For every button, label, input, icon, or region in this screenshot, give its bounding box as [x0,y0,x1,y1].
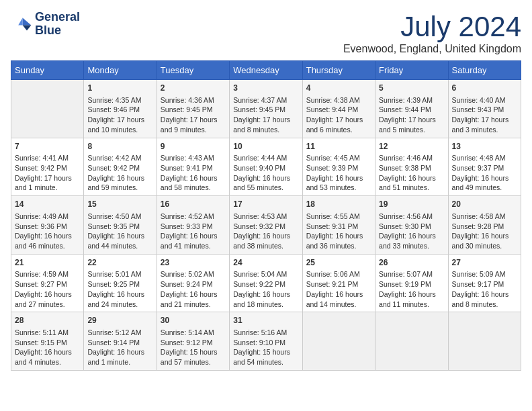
sunset-text: Sunset: 9:42 PM [87,163,152,173]
calendar-cell: 26Sunrise: 5:07 AMSunset: 9:19 PMDayligh… [375,254,448,312]
sunrise-text: Sunrise: 4:45 AM [306,153,371,163]
day-number: 16 [161,199,226,210]
week-row-2: 7Sunrise: 4:41 AMSunset: 9:42 PMDaylight… [11,138,521,196]
sunrise-text: Sunrise: 4:53 AM [233,212,298,222]
sunset-text: Sunset: 9:19 PM [379,279,444,289]
sunrise-text: Sunrise: 4:40 AM [452,95,517,105]
sunset-text: Sunset: 9:22 PM [233,279,298,289]
calendar-cell: 7Sunrise: 4:41 AMSunset: 9:42 PMDaylight… [11,138,84,196]
day-number: 14 [15,199,80,210]
daylight-text: Daylight: 17 hours and 3 minutes. [452,115,517,134]
sunset-text: Sunset: 9:15 PM [15,338,80,348]
daylight-text: Daylight: 17 hours and 10 minutes. [87,115,152,134]
sunrise-text: Sunrise: 5:02 AM [161,269,226,279]
daylight-text: Daylight: 16 hours and 58 minutes. [161,173,226,193]
sunset-text: Sunset: 9:28 PM [452,222,517,232]
sunset-text: Sunset: 9:44 PM [379,105,444,115]
calendar-cell: 24Sunrise: 5:04 AMSunset: 9:22 PMDayligh… [230,254,302,312]
daylight-text: Daylight: 17 hours and 1 minute. [15,173,80,193]
daylight-text: Daylight: 16 hours and 11 minutes. [379,289,444,309]
calendar-cell: 27Sunrise: 5:09 AMSunset: 9:17 PMDayligh… [448,254,521,312]
daylight-text: Daylight: 16 hours and 14 minutes. [306,289,371,309]
day-number: 26 [379,257,444,269]
sunrise-text: Sunrise: 4:49 AM [15,212,80,222]
day-number: 24 [233,257,298,269]
sunset-text: Sunset: 9:24 PM [161,279,226,289]
daylight-text: Daylight: 16 hours and 18 minutes. [233,289,298,309]
sunrise-text: Sunrise: 4:41 AM [15,153,80,163]
daylight-text: Daylight: 16 hours and 33 minutes. [379,231,444,250]
daylight-text: Daylight: 17 hours and 9 minutes. [161,115,226,134]
sunrise-text: Sunrise: 4:46 AM [379,153,444,163]
month-title: July 2024 [343,11,521,43]
daylight-text: Daylight: 16 hours and 1 minute. [87,347,152,367]
sunrise-text: Sunrise: 4:48 AM [452,153,517,163]
sunrise-text: Sunrise: 4:36 AM [161,95,226,105]
calendar-cell [302,312,375,371]
sunset-text: Sunset: 9:33 PM [161,222,226,232]
day-number: 17 [233,199,298,210]
sunset-text: Sunset: 9:45 PM [233,105,298,115]
calendar-cell: 1Sunrise: 4:35 AMSunset: 9:46 PMDaylight… [84,80,157,138]
calendar-cell: 2Sunrise: 4:36 AMSunset: 9:45 PMDaylight… [157,80,229,138]
sunset-text: Sunset: 9:31 PM [306,222,371,232]
sunset-text: Sunset: 9:30 PM [379,222,444,232]
sunrise-text: Sunrise: 5:16 AM [233,328,298,338]
sunrise-text: Sunrise: 4:44 AM [233,153,298,163]
week-row-3: 14Sunrise: 4:49 AMSunset: 9:36 PMDayligh… [11,196,521,255]
day-number: 10 [233,141,298,152]
day-number: 21 [15,257,80,269]
sunset-text: Sunset: 9:21 PM [306,279,371,289]
header-day-friday: Friday [375,61,448,80]
daylight-text: Daylight: 16 hours and 59 minutes. [87,173,152,193]
week-row-4: 21Sunrise: 4:59 AMSunset: 9:27 PMDayligh… [11,254,521,312]
calendar-cell: 29Sunrise: 5:12 AMSunset: 9:14 PMDayligh… [84,312,157,371]
sunrise-text: Sunrise: 4:52 AM [161,212,226,222]
sunset-text: Sunset: 9:10 PM [233,338,298,348]
day-number: 27 [452,257,517,269]
sunrise-text: Sunrise: 5:06 AM [306,269,371,279]
daylight-text: Daylight: 16 hours and 49 minutes. [452,173,517,193]
calendar-cell: 21Sunrise: 4:59 AMSunset: 9:27 PMDayligh… [11,254,84,312]
sunrise-text: Sunrise: 5:01 AM [87,269,152,279]
sunset-text: Sunset: 9:40 PM [233,163,298,173]
daylight-text: Daylight: 16 hours and 30 minutes. [452,231,517,250]
calendar-cell: 12Sunrise: 4:46 AMSunset: 9:38 PMDayligh… [375,138,448,196]
calendar-cell: 31Sunrise: 5:16 AMSunset: 9:10 PMDayligh… [230,312,302,371]
daylight-text: Daylight: 16 hours and 46 minutes. [15,231,80,250]
header-day-tuesday: Tuesday [157,61,229,80]
sunrise-text: Sunrise: 4:59 AM [15,269,80,279]
calendar-table: SundayMondayTuesdayWednesdayThursdayFrid… [11,60,521,371]
calendar-cell: 3Sunrise: 4:37 AMSunset: 9:45 PMDaylight… [230,80,302,138]
sunset-text: Sunset: 9:44 PM [306,105,371,115]
sunrise-text: Sunrise: 5:09 AM [452,269,517,279]
day-number: 22 [87,257,152,269]
sunrise-text: Sunrise: 5:12 AM [87,328,152,338]
header-day-monday: Monday [84,61,157,80]
daylight-text: Daylight: 16 hours and 8 minutes. [452,289,517,309]
sunrise-text: Sunrise: 4:35 AM [87,95,152,105]
header-row: SundayMondayTuesdayWednesdayThursdayFrid… [11,61,521,80]
day-number: 13 [452,141,517,152]
calendar-cell: 17Sunrise: 4:53 AMSunset: 9:32 PMDayligh… [230,196,302,255]
day-number: 19 [379,199,444,210]
calendar-cell: 23Sunrise: 5:02 AMSunset: 9:24 PMDayligh… [157,254,229,312]
location: Evenwood, England, United Kingdom [343,43,521,55]
calendar-cell [375,312,448,371]
day-number: 7 [15,141,80,152]
sunset-text: Sunset: 9:25 PM [87,279,152,289]
day-number: 8 [87,141,152,152]
sunset-text: Sunset: 9:46 PM [87,105,152,115]
header: General Blue July 2024 Evenwood, England… [11,11,521,55]
header-day-sunday: Sunday [11,61,84,80]
sunset-text: Sunset: 9:14 PM [87,338,152,348]
calendar-cell: 4Sunrise: 4:38 AMSunset: 9:44 PMDaylight… [302,80,375,138]
sunset-text: Sunset: 9:36 PM [15,222,80,232]
calendar-cell [448,312,521,371]
sunrise-text: Sunrise: 5:04 AM [233,269,298,279]
sunrise-text: Sunrise: 4:58 AM [452,212,517,222]
day-number: 11 [306,141,371,152]
sunset-text: Sunset: 9:12 PM [161,338,226,348]
sunset-text: Sunset: 9:38 PM [379,163,444,173]
daylight-text: Daylight: 16 hours and 44 minutes. [87,231,152,250]
